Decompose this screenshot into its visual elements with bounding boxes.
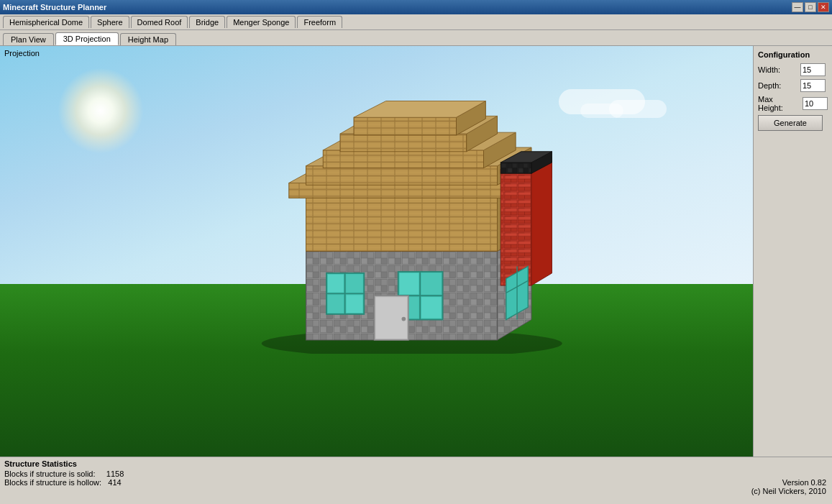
menu-tabs-bar: Hemispherical Dome Sphere Domed Roof Bri…	[0, 14, 832, 30]
house-3d	[215, 81, 575, 354]
main-layout: Projection	[0, 46, 832, 457]
config-max-height-input[interactable]	[803, 97, 828, 110]
window-controls: — □ ✕	[792, 2, 829, 12]
config-depth-label: Depth:	[758, 81, 797, 90]
status-solid: Blocks if structure is solid: 1158	[4, 469, 828, 478]
svg-rect-58	[421, 297, 442, 318]
cloud-3	[580, 104, 623, 118]
projection-label: Projection	[4, 49, 40, 58]
config-max-height-row: Max Height:	[758, 95, 828, 112]
config-max-height-label: Max Height:	[758, 95, 800, 112]
svg-rect-48	[327, 275, 343, 293]
svg-rect-51	[346, 295, 362, 313]
tab-height-map[interactable]: Height Map	[120, 33, 176, 45]
status-hollow-value: 414	[108, 478, 121, 487]
config-depth-input[interactable]	[800, 79, 826, 92]
svg-rect-31	[323, 150, 483, 168]
status-hollow-label: Blocks if structure is hollow:	[4, 478, 101, 487]
view-tabs-bar: Plan View 3D Projection Height Map	[0, 30, 832, 46]
tab-hemispherical-dome[interactable]: Hemispherical Dome	[3, 16, 89, 28]
status-hollow: Blocks if structure is hollow: 414	[4, 478, 828, 487]
tab-bridge[interactable]: Bridge	[189, 16, 225, 28]
version-info: Version 0.82 (c) Neil Vickers, 2010	[751, 478, 826, 495]
svg-rect-23	[306, 190, 497, 252]
tab-freeform[interactable]: Freeform	[297, 16, 342, 28]
config-width-label: Width:	[758, 65, 797, 74]
status-bar: Structure Statistics Blocks if structure…	[0, 457, 832, 500]
tab-3d-projection[interactable]: 3D Projection	[55, 32, 119, 45]
config-width-row: Width:	[758, 63, 828, 76]
tab-menger-sponge[interactable]: Menger Sponge	[227, 16, 296, 28]
minecraft-scene	[0, 46, 753, 457]
version-line1: Version 0.82	[751, 478, 826, 487]
svg-rect-56	[421, 273, 442, 294]
svg-rect-42	[500, 162, 531, 173]
config-depth-row: Depth:	[758, 79, 828, 92]
right-panel: Configuration Width: Depth: Max Height: …	[753, 46, 832, 457]
svg-rect-37	[354, 118, 457, 136]
status-solid-value: 1158	[106, 469, 124, 478]
viewport: Projection	[0, 46, 753, 457]
close-button[interactable]: ✕	[818, 2, 829, 12]
version-line2: (c) Neil Vickers, 2010	[751, 487, 826, 495]
config-title: Configuration	[758, 50, 828, 59]
svg-rect-34	[340, 134, 467, 152]
status-solid-label: Blocks if structure is solid:	[4, 469, 96, 478]
minimize-button[interactable]: —	[792, 2, 803, 12]
status-title: Structure Statistics	[4, 459, 828, 468]
svg-marker-41	[531, 157, 552, 286]
config-width-input[interactable]	[800, 63, 826, 76]
house-svg	[215, 81, 575, 354]
svg-rect-50	[327, 295, 343, 313]
tab-domed-roof[interactable]: Domed Roof	[131, 16, 188, 28]
window-title: Minecraft Structure Planner	[3, 3, 106, 12]
svg-rect-28	[306, 166, 497, 185]
svg-rect-55	[399, 273, 419, 294]
sun	[58, 68, 144, 154]
title-bar: Minecraft Structure Planner — □ ✕	[0, 0, 832, 14]
tab-sphere[interactable]: Sphere	[91, 16, 129, 28]
maximize-button[interactable]: □	[805, 2, 816, 12]
tab-plan-view[interactable]: Plan View	[3, 33, 54, 45]
svg-point-61	[401, 317, 406, 321]
generate-button[interactable]: Generate	[758, 115, 823, 131]
svg-rect-49	[346, 275, 362, 293]
